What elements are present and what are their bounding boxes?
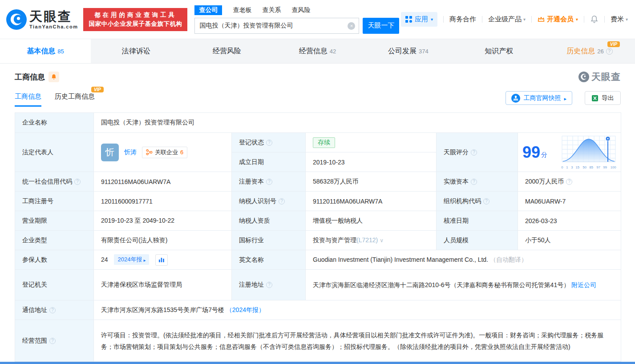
bell-curve-chart	[561, 136, 616, 163]
score-value: 99	[522, 144, 540, 160]
search-tabs: 查公司 查老板 查关系 查风险	[194, 5, 399, 15]
nav-user-account[interactable]: 费米	[611, 15, 628, 24]
clear-search-icon[interactable]	[348, 22, 355, 30]
credit-code-label: 统一社会信用代码	[15, 172, 94, 192]
business-scope-label: 经营范围	[15, 320, 94, 362]
insured-label: 参保人数	[15, 250, 94, 270]
help-icon[interactable]	[266, 140, 272, 146]
nav-biz-cooperation[interactable]: 商务合作	[449, 15, 476, 24]
search-input[interactable]	[195, 18, 359, 33]
nav-enterprise-products[interactable]: 企业级产品	[488, 15, 526, 24]
help-icon[interactable]	[266, 179, 272, 185]
chevron-down-icon	[431, 17, 433, 22]
chevron-down-icon[interactable]	[380, 237, 384, 244]
establish-date-value: 2019-10-23	[306, 152, 437, 172]
credit-code-value: 91120116MA06UARW7A	[94, 172, 232, 192]
tab-history-info[interactable]: VIP 历史信息 26	[544, 39, 635, 63]
tab-company-development[interactable]: 公司发展 374	[363, 39, 453, 63]
legal-rep-avatar[interactable]: 忻	[101, 144, 119, 161]
notification-bell-icon[interactable]	[590, 15, 599, 24]
table-row: 企业类型 有限责任公司(法人独资) 国标行业 投资与资产管理(L7212) 人员…	[15, 231, 621, 250]
annual-report-badge[interactable]: 2024年报	[114, 254, 149, 265]
search-tab-boss[interactable]: 查老板	[233, 6, 251, 14]
help-icon[interactable]	[49, 338, 56, 344]
help-icon[interactable]	[566, 179, 572, 185]
tab-operation-risk[interactable]: 经营风险	[182, 39, 272, 63]
subtab-business-info[interactable]: 工商信息	[15, 92, 41, 107]
table-row: 通信地址 天津市河东区海河东路1535号美岸广场7号楼 （2024年报）	[15, 300, 621, 320]
divider	[604, 16, 605, 23]
registry-value: 天津港保税区市场监督管理局	[94, 270, 232, 300]
app-grid-icon	[405, 16, 412, 23]
table-row: 企业名称 国电投（天津）投资管理有限公司	[15, 113, 621, 133]
tab-operation-info[interactable]: 经营信息 42	[272, 39, 363, 63]
search-tab-company[interactable]: 查公司	[194, 5, 222, 15]
nearby-companies-link[interactable]: 附近公司	[571, 281, 596, 288]
industry-label: 国标行业	[232, 231, 306, 250]
tab-intellectual-property[interactable]: 知识产权	[453, 39, 544, 63]
reg-status-label: 登记状态	[232, 133, 306, 152]
staff-size-value: 小于50人	[518, 231, 621, 250]
bell-icon	[51, 74, 57, 80]
company-type-label: 企业类型	[15, 231, 94, 250]
crown-icon	[538, 16, 545, 23]
status-badge: 存续	[313, 137, 335, 148]
logo-text: 天眼查	[29, 10, 78, 23]
nav-open-vip[interactable]: 开通会员	[538, 15, 578, 24]
official-snapshot-button[interactable]: 工商官网快照	[506, 91, 572, 105]
apps-label: 应用	[415, 15, 428, 24]
table-row: 法定代表人 忻 忻涛 关联企业 6	[15, 133, 621, 152]
slogan-line1: 都在用的商业查询工具	[89, 11, 182, 20]
help-icon[interactable]	[471, 179, 477, 185]
divider	[482, 16, 482, 23]
top-header: 天眼查 TianYanCha.com 都在用的商业查询工具 国家中小企业发展子基…	[0, 0, 635, 39]
arrow-right-icon	[564, 95, 566, 102]
mail-address-value: 天津市河东区海河东路1535号美岸广场7号楼 （2024年报）	[94, 300, 621, 320]
stamp-icon	[511, 94, 520, 103]
export-button[interactable]: 导出	[585, 91, 621, 105]
tab-basic-info[interactable]: 基本信息 85	[0, 39, 91, 63]
tab-legal-litigation[interactable]: 法律诉讼	[91, 39, 182, 63]
help-icon[interactable]	[266, 282, 272, 288]
subscribe-bell-button[interactable]	[49, 72, 59, 82]
legal-rep-name-link[interactable]: 忻涛	[124, 148, 137, 156]
apps-menu-button[interactable]: 应用	[401, 12, 437, 27]
table-row: 统一社会信用代码 91120116MA06UARW7A 注册资本 586328万…	[15, 172, 621, 192]
insured-trend-chart-button[interactable]	[155, 254, 168, 266]
slogan-line2: 国家中小企业发展子基金旗下机构	[89, 20, 182, 28]
help-icon[interactable]	[279, 198, 285, 204]
reg-address-value: 天津市滨海新区临港经济区渤海十二南路2010-6号（天津嘉和商务秘书有限公司托管…	[306, 270, 621, 300]
search-tab-relations[interactable]: 查关系	[262, 6, 281, 14]
score-cell[interactable]: 99 分	[518, 133, 621, 172]
brand-slogan: 都在用的商业查询工具 国家中小企业发展子基金旗下机构	[83, 8, 187, 31]
search-tab-risk[interactable]: 查风险	[291, 6, 310, 14]
table-row: 登记机关 天津港保税区市场监督管理局 注册地址 天津市滨海新区临港经济区渤海十二…	[15, 270, 621, 300]
taxpayer-quality-value: 增值税一般纳税人	[306, 211, 437, 231]
help-icon[interactable]	[483, 198, 489, 204]
help-icon[interactable]	[471, 149, 477, 156]
help-icon[interactable]	[49, 307, 56, 313]
legal-rep-label: 法定代表人	[15, 133, 94, 172]
tianyancha-watermark-icon	[578, 72, 589, 82]
related-companies-badge[interactable]: 关联企业 6	[142, 147, 187, 158]
chevron-down-icon	[626, 17, 628, 22]
subtab-history-business-info[interactable]: VIP 历史工商信息	[55, 92, 95, 107]
section-title: 工商信息	[15, 72, 45, 82]
vip-badge: VIP	[607, 41, 620, 47]
english-name-value: Guodian Investment (Tianjin) Investment …	[306, 250, 621, 270]
tianyancha-logo-icon	[6, 9, 27, 30]
company-section-tabs: 基本信息 85 法律诉讼 经营风险 经营信息 42 公司发展 374 知识产权 …	[0, 39, 635, 64]
search-button[interactable]: 天眼一下	[363, 18, 399, 34]
score-distribution-chart: 0 1 3 15 50 85 97 99 100	[561, 136, 616, 169]
table-row: 经营范围 许可项目：投资管理。(依法须经批准的项目，经相关部门批准后方可开展经营…	[15, 320, 621, 362]
help-icon[interactable]	[606, 48, 613, 55]
logo-domain: TianYanCha.com	[29, 24, 78, 29]
org-code-label: 组织机构代码	[437, 192, 518, 211]
mail-address-report-link[interactable]: （2024年报）	[226, 306, 265, 313]
tianyancha-logo[interactable]: 天眼查 TianYanCha.com	[6, 9, 78, 30]
divider	[531, 16, 532, 23]
top-nav: 应用 商务合作 企业级产品 开通会员 费米	[401, 12, 628, 27]
help-icon[interactable]	[74, 179, 81, 185]
business-info-subtabs: 工商信息 VIP 历史工商信息	[15, 92, 95, 107]
reg-number-value: 120116000917771	[94, 192, 232, 211]
